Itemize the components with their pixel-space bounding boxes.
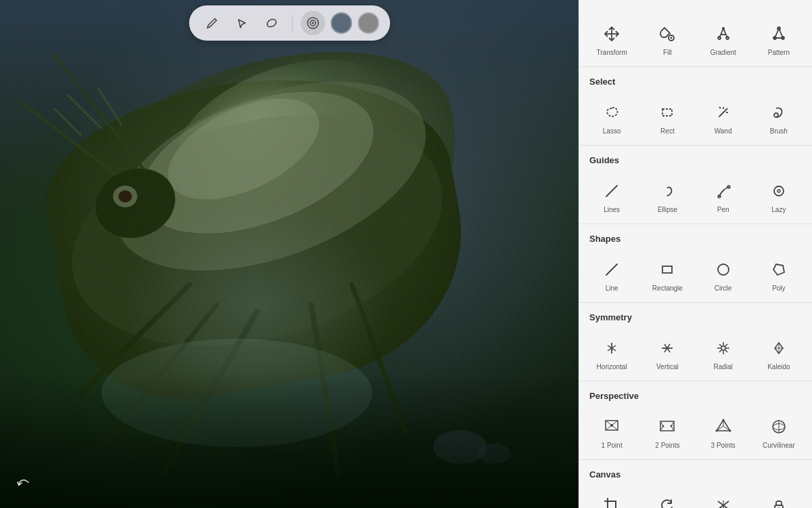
- wand-icon: [711, 100, 736, 125]
- transform-label: Transform: [597, 49, 627, 57]
- svg-point-39: [774, 113, 778, 117]
- horizontal-icon: [600, 336, 624, 360]
- tool-poly[interactable]: Poly: [751, 251, 807, 298]
- curvilinear-label: Curvilinear: [763, 442, 795, 450]
- tool-pattern[interactable]: Pattern: [751, 15, 807, 62]
- svg-point-47: [718, 264, 729, 275]
- crop-icon: [600, 493, 624, 508]
- panel-title: [579, 0, 812, 12]
- toolbar-separator: [292, 15, 292, 31]
- circle-label: Circle: [715, 284, 732, 293]
- svg-point-25: [671, 37, 673, 39]
- tool-lasso[interactable]: Lasso: [584, 93, 639, 141]
- tool-radial[interactable]: Radial: [696, 329, 751, 377]
- svg-point-66: [610, 424, 613, 427]
- rectangle-label: Rectangle: [652, 284, 683, 293]
- lock-icon: [767, 493, 791, 508]
- svg-point-44: [777, 190, 780, 192]
- tool-brush[interactable]: Brush: [751, 93, 807, 141]
- pen-label: Pen: [717, 206, 729, 214]
- 1point-icon: [600, 415, 624, 439]
- svg-line-57: [725, 344, 727, 347]
- 2points-icon: [655, 415, 679, 439]
- tool-circle[interactable]: Circle: [696, 251, 751, 298]
- svg-point-73: [671, 425, 673, 427]
- undo-button[interactable]: [11, 473, 35, 497]
- tool-lines[interactable]: Lines: [584, 172, 639, 219]
- section-header-perspective: Perspective: [579, 383, 812, 405]
- tool-1point[interactable]: 1 Point: [584, 408, 639, 455]
- tool-fill[interactable]: Fill: [639, 15, 695, 62]
- svg-line-55: [719, 344, 722, 347]
- eraser-tool[interactable]: [259, 11, 284, 35]
- tool-lazy[interactable]: Lazy: [751, 172, 807, 219]
- curvilinear-icon: [767, 415, 791, 439]
- tool-crop[interactable]: Crop: [584, 486, 639, 508]
- svg-point-79: [729, 430, 731, 432]
- flip-icon: [711, 493, 736, 508]
- pattern-label: Pattern: [768, 49, 790, 57]
- section-header-select: Select: [579, 68, 812, 91]
- svg-line-38: [719, 107, 721, 108]
- lasso-icon: [600, 100, 624, 125]
- tool-rect[interactable]: Rect: [639, 93, 695, 141]
- tool-pen[interactable]: Pen: [696, 172, 751, 219]
- lazy-icon: [767, 179, 791, 203]
- svg-line-34: [719, 110, 726, 117]
- kaleido-label: Kaleido: [767, 363, 790, 371]
- fill-label: Fill: [663, 49, 672, 57]
- tool-line[interactable]: Line: [584, 251, 639, 298]
- svg-point-43: [774, 186, 784, 196]
- tool-reset[interactable]: Reset: [639, 486, 695, 508]
- arrow-tool[interactable]: [229, 11, 254, 35]
- divider-1: [579, 145, 812, 146]
- svg-line-40: [606, 186, 617, 196]
- svg-line-56: [725, 350, 727, 352]
- radial-icon: [711, 336, 736, 360]
- tool-wand[interactable]: Wand: [696, 93, 751, 141]
- section-header-shapes: Shapes: [579, 226, 812, 248]
- svg-line-58: [719, 350, 722, 352]
- line-label: Line: [606, 284, 618, 293]
- tool-transform[interactable]: Transform: [584, 15, 639, 62]
- ellipse-icon: [655, 179, 679, 203]
- section-header-canvas: Canvas: [579, 461, 812, 484]
- divider-3: [579, 302, 812, 303]
- tool-kaleido[interactable]: Kaleido: [751, 329, 807, 377]
- 2points-label: 2 Points: [655, 442, 679, 450]
- pen-icon: [711, 179, 736, 203]
- transform-icon: [600, 22, 624, 46]
- tool-3points[interactable]: 3 Points: [696, 408, 751, 455]
- tool-rectangle[interactable]: Rectangle: [639, 251, 695, 298]
- brush-icon: [767, 100, 791, 125]
- tool-curvilinear[interactable]: Curvilinear: [751, 408, 807, 455]
- canvas-area[interactable]: [0, 0, 579, 508]
- section-grid-6: CropResetFlipLock: [579, 484, 812, 508]
- divider-0: [579, 66, 812, 67]
- pencil-tool[interactable]: [200, 11, 224, 35]
- tool-ellipse[interactable]: Ellipse: [639, 172, 695, 219]
- secondary-color-swatch[interactable]: [357, 12, 379, 34]
- section-grid-3: LineRectangleCirclePoly: [579, 248, 812, 301]
- svg-point-21: [312, 22, 314, 24]
- toolbar: [189, 5, 390, 41]
- gradient-icon: [711, 22, 736, 46]
- rect-label: Rect: [660, 127, 675, 135]
- lazy-label: Lazy: [771, 206, 786, 214]
- svg-point-78: [715, 430, 717, 432]
- pattern-icon: [767, 22, 791, 46]
- smudge-tool[interactable]: [300, 11, 325, 35]
- svg-point-77: [722, 419, 724, 421]
- tool-2points[interactable]: 2 Points: [639, 408, 695, 455]
- primary-color-swatch[interactable]: [330, 12, 352, 34]
- tool-lock[interactable]: Lock: [751, 486, 807, 508]
- poly-icon: [767, 257, 791, 282]
- tool-horizontal[interactable]: Horizontal: [584, 329, 639, 377]
- tool-flip[interactable]: Flip: [696, 486, 751, 508]
- tool-gradient[interactable]: Gradient: [696, 15, 751, 62]
- tool-vertical[interactable]: Vertical: [639, 329, 695, 377]
- svg-rect-33: [662, 109, 672, 116]
- divider-2: [579, 224, 812, 224]
- svg-rect-46: [662, 266, 672, 273]
- brush-label: Brush: [770, 127, 788, 135]
